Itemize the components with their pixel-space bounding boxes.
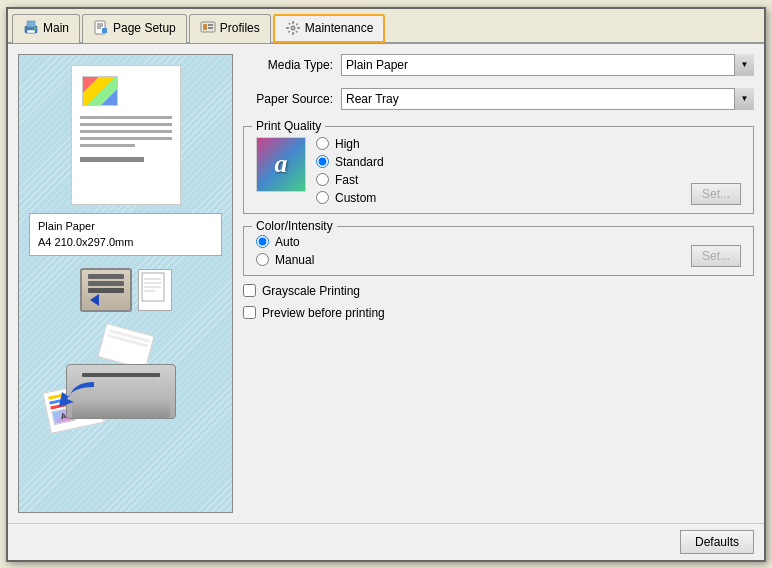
preview-checkbox[interactable] bbox=[243, 306, 256, 319]
color-intensity-content: Auto Manual Set... bbox=[256, 235, 741, 267]
paper-source-row: Paper Source: Rear Tray Cassette Auto Se… bbox=[243, 88, 754, 110]
quality-standard-radio[interactable] bbox=[316, 155, 329, 168]
svg-rect-11 bbox=[208, 24, 213, 26]
print-quality-group: Print Quality a High Standard bbox=[243, 126, 754, 214]
page-icon bbox=[138, 269, 172, 311]
paper-source-select[interactable]: Rear Tray Cassette Auto Select bbox=[341, 88, 754, 110]
paper-size: A4 210.0x297.0mm bbox=[38, 234, 213, 251]
paper-type: Plain Paper bbox=[38, 218, 213, 235]
quality-high-label[interactable]: High bbox=[335, 137, 360, 151]
quality-custom-row: Custom bbox=[316, 191, 384, 205]
quality-high-row: High bbox=[316, 137, 384, 151]
tab-page-setup[interactable]: Page Setup bbox=[82, 14, 187, 43]
tab-main[interactable]: Main bbox=[12, 14, 80, 43]
paper-info-box: Plain Paper A4 210.0x297.0mm bbox=[29, 213, 222, 256]
svg-rect-18 bbox=[297, 27, 300, 29]
paper-lines bbox=[80, 116, 172, 162]
quality-fast-label[interactable]: Fast bbox=[335, 173, 358, 187]
grayscale-label[interactable]: Grayscale Printing bbox=[262, 284, 360, 298]
quality-standard-label[interactable]: Standard bbox=[335, 155, 384, 169]
tab-main-label: Main bbox=[43, 21, 69, 35]
tab-page-setup-label: Page Setup bbox=[113, 21, 176, 35]
preview-panel: Plain Paper A4 210.0x297.0mm bbox=[18, 54, 233, 513]
tab-bar: Main Page Setup bbox=[8, 9, 764, 44]
quality-custom-label[interactable]: Custom bbox=[335, 191, 376, 205]
print-quality-label: Print Quality bbox=[252, 119, 325, 133]
svg-rect-17 bbox=[286, 27, 289, 29]
settings-panel: Media Type: Plain Paper Photo Paper Glos… bbox=[243, 54, 754, 513]
blue-arrow-icon bbox=[54, 377, 104, 412]
svg-rect-2 bbox=[27, 30, 35, 33]
paper-source-select-wrapper: Rear Tray Cassette Auto Select ▼ bbox=[341, 88, 754, 110]
paper-line bbox=[80, 123, 172, 126]
color-manual-radio[interactable] bbox=[256, 253, 269, 266]
media-type-row: Media Type: Plain Paper Photo Paper Glos… bbox=[243, 54, 754, 76]
svg-rect-8 bbox=[102, 28, 107, 33]
color-intensity-label: Color/Intensity bbox=[252, 219, 337, 233]
tab-maintenance[interactable]: Maintenance bbox=[273, 14, 386, 43]
quality-standard-row: Standard bbox=[316, 155, 384, 169]
grayscale-checkbox[interactable] bbox=[243, 284, 256, 297]
media-type-select[interactable]: Plain Paper Photo Paper Glossy Photo Pap… bbox=[341, 54, 754, 76]
printer-controls bbox=[80, 268, 172, 312]
paper-line-bottom bbox=[80, 157, 144, 162]
paper-line bbox=[80, 116, 172, 119]
svg-rect-16 bbox=[292, 32, 294, 35]
svg-rect-20 bbox=[295, 30, 297, 32]
quality-fast-row: Fast bbox=[316, 173, 384, 187]
tab-profiles[interactable]: Profiles bbox=[189, 14, 271, 43]
media-type-label: Media Type: bbox=[243, 58, 333, 72]
paper-preview bbox=[71, 65, 181, 205]
maintenance-tab-icon bbox=[285, 20, 301, 36]
printer-illustration: A bbox=[46, 324, 206, 434]
feed-button[interactable] bbox=[80, 268, 132, 312]
color-manual-row: Manual bbox=[256, 253, 681, 267]
printer-tab-icon bbox=[23, 20, 39, 36]
svg-rect-22 bbox=[288, 30, 290, 32]
defaults-button[interactable]: Defaults bbox=[680, 530, 754, 554]
svg-rect-1 bbox=[27, 21, 35, 27]
bottom-bar: Defaults bbox=[8, 523, 764, 560]
quality-icon: a bbox=[256, 137, 306, 192]
svg-point-3 bbox=[34, 28, 36, 30]
svg-rect-19 bbox=[288, 22, 290, 24]
print-dialog: Main Page Setup bbox=[6, 7, 766, 562]
grayscale-row: Grayscale Printing bbox=[243, 284, 754, 298]
color-auto-label[interactable]: Auto bbox=[275, 235, 300, 249]
color-manual-label[interactable]: Manual bbox=[275, 253, 314, 267]
media-type-select-wrapper: Plain Paper Photo Paper Glossy Photo Pap… bbox=[341, 54, 754, 76]
color-radio-group: Auto Manual bbox=[256, 235, 681, 267]
svg-rect-12 bbox=[208, 27, 213, 29]
quality-high-radio[interactable] bbox=[316, 137, 329, 150]
svg-rect-21 bbox=[296, 23, 298, 25]
tab-maintenance-label: Maintenance bbox=[305, 21, 374, 35]
quality-radio-group: High Standard Fast Custom bbox=[316, 137, 384, 205]
paper-line bbox=[80, 137, 172, 140]
preview-label[interactable]: Preview before printing bbox=[262, 306, 385, 320]
preview-row: Preview before printing bbox=[243, 306, 754, 320]
tab-profiles-label: Profiles bbox=[220, 21, 260, 35]
content-area: Plain Paper A4 210.0x297.0mm bbox=[8, 44, 764, 523]
page-setup-tab-icon bbox=[93, 20, 109, 36]
svg-rect-10 bbox=[203, 24, 207, 30]
paper-source-label: Paper Source: bbox=[243, 92, 333, 106]
svg-point-14 bbox=[292, 27, 294, 29]
paper-line bbox=[80, 130, 172, 133]
color-auto-radio[interactable] bbox=[256, 235, 269, 248]
quality-set-button[interactable]: Set... bbox=[691, 183, 741, 205]
quality-custom-radio[interactable] bbox=[316, 191, 329, 204]
svg-rect-15 bbox=[292, 21, 294, 24]
profiles-tab-icon bbox=[200, 20, 216, 36]
paper-line bbox=[80, 144, 135, 147]
color-swatch bbox=[82, 76, 118, 106]
input-paper bbox=[97, 323, 154, 370]
color-set-button[interactable]: Set... bbox=[691, 245, 741, 267]
quality-fast-radio[interactable] bbox=[316, 173, 329, 186]
color-intensity-group: Color/Intensity Auto Manual Set... bbox=[243, 226, 754, 276]
print-quality-content: a High Standard Fast bbox=[256, 137, 741, 205]
color-auto-row: Auto bbox=[256, 235, 681, 249]
